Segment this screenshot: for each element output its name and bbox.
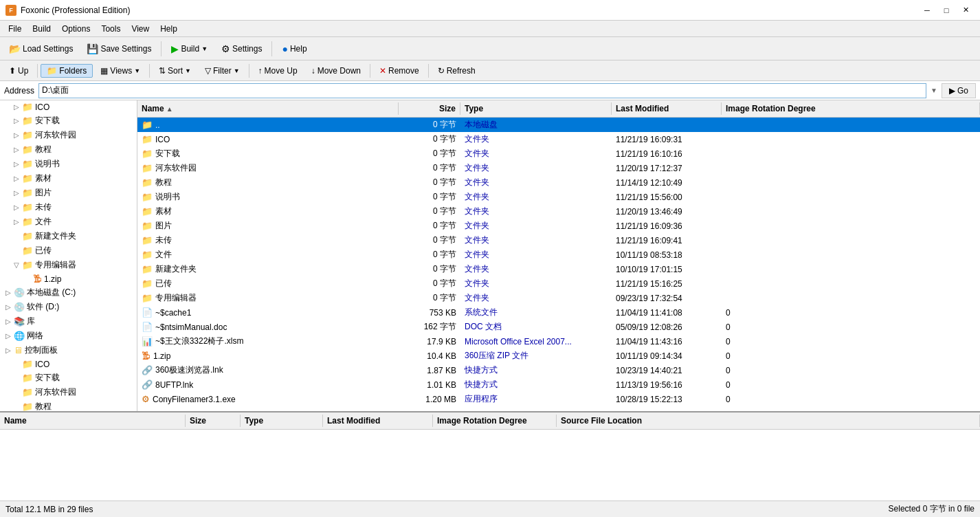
tree-item-jiaocheng[interactable]: ▷ 📁 教程: [0, 142, 137, 157]
menu-file[interactable]: File: [3, 23, 27, 35]
go-button[interactable]: ▶ Go: [942, 83, 976, 98]
file-row-yichuan[interactable]: 📁已传 0 字节 文件夹 11/21/19 15:16:25: [137, 276, 980, 291]
file-row-ntsim[interactable]: 📄~$ntsimManual.doc 162 字节 DOC 文档 05/09/1…: [137, 320, 980, 334]
move-down-button[interactable]: ↓ Move Down: [305, 64, 367, 78]
close-button[interactable]: ✕: [957, 3, 975, 17]
tree-item-zhuanyong[interactable]: ▽ 📁 专用编辑器: [0, 258, 137, 272]
expander-icon: ▷: [11, 146, 22, 153]
file-row-360lnk[interactable]: 🔗360极速浏览器.lnk 1.87 KB 快捷方式 10/23/19 14:4…: [137, 363, 980, 377]
remove-button[interactable]: ✕ Remove: [373, 64, 425, 78]
sort-button[interactable]: ⇅ Sort ▼: [153, 64, 197, 78]
minimize-button[interactable]: ─: [918, 3, 936, 17]
header-type[interactable]: Type: [460, 102, 612, 115]
tree-item-jiaocheng2[interactable]: 📁 教程: [0, 399, 137, 411]
tree-item-weichuan[interactable]: ▷ 📁 未传: [0, 200, 137, 214]
folders-button[interactable]: 📁 Folders: [41, 64, 93, 78]
bottom-panel: Name Size Type Last Modified Image Rotat…: [0, 411, 980, 500]
file-row-xlsm[interactable]: 📊~$王文浪3322椅子.xlsm 17.9 KB Microsoft Offi…: [137, 334, 980, 349]
build-button[interactable]: ▶ Build ▼: [165, 41, 214, 57]
sort-icon: ⇅: [159, 66, 166, 76]
tree-item-ico[interactable]: ▷ 📁 ICO: [0, 100, 137, 113]
views-dropdown-arrow: ▼: [134, 67, 140, 74]
header-modified[interactable]: Last Modified: [612, 102, 722, 115]
expander-icon: ▷: [11, 117, 22, 124]
file-row-8uftp[interactable]: 🔗8UFTP.lnk 1.01 KB 快捷方式 11/13/19 19:56:1…: [137, 377, 980, 392]
menu-view[interactable]: View: [126, 23, 155, 35]
folder-icon: 📁: [22, 202, 33, 212]
nav-separator-3: [249, 64, 249, 78]
tree-item-hedong[interactable]: ▷ 📁 河东软件园: [0, 128, 137, 142]
tree-item-hedong2[interactable]: 📁 河东软件园: [0, 385, 137, 399]
file-row-zhuanyong[interactable]: 📁专用编辑器 0 字节 文件夹 09/23/19 17:32:54: [137, 291, 980, 305]
tree-label: 教程: [35, 401, 52, 411]
address-dropdown-arrow[interactable]: ▼: [931, 87, 937, 94]
expander-icon: ▷: [3, 289, 14, 296]
menu-build[interactable]: Build: [27, 23, 56, 35]
up-button[interactable]: ⬆ Up: [3, 64, 34, 78]
expander-icon: ▷: [11, 218, 22, 226]
folder-icon: 📁: [22, 130, 33, 140]
address-input[interactable]: [38, 83, 926, 98]
file-row-shuomingshu[interactable]: 📁说明书 0 字节 文件夹 11/21/19 15:56:00: [137, 190, 980, 204]
move-up-button[interactable]: ↑ Move Up: [252, 64, 304, 78]
tree-item-anzaixia[interactable]: ▷ 📁 安下载: [0, 113, 137, 128]
settings-button[interactable]: ⚙ Settings: [215, 41, 268, 57]
bottom-header: Name Size Type Last Modified Image Rotat…: [0, 412, 980, 430]
folder-icon: 📁: [22, 402, 33, 411]
drive-icon: 💿: [14, 287, 25, 298]
folder-icon: 📁: [142, 235, 153, 245]
tree-item-yichuan[interactable]: 📁 已传: [0, 243, 137, 258]
lnk-icon: 🔗: [142, 365, 153, 375]
tree-item-xinjian[interactable]: 📁 新建文件夹: [0, 229, 137, 243]
tree-item-shuomingshu[interactable]: ▷ 📁 说明书: [0, 157, 137, 171]
tree-item-1zip[interactable]: 🗜 1.zip: [0, 272, 137, 285]
file-row-anzaixia[interactable]: 📁安下载 0 字节 文件夹 11/21/19 16:10:16: [137, 146, 980, 161]
expander-icon: ▷: [11, 103, 22, 111]
help-button[interactable]: ● Help: [276, 41, 313, 57]
tree-label: 安下载: [35, 115, 60, 126]
tree-item-wenjian[interactable]: ▷ 📁 文件: [0, 214, 137, 229]
file-row-weichuan[interactable]: 📁未传 0 字节 文件夹 11/21/19 16:09:41: [137, 233, 980, 248]
file-row-cony[interactable]: ⚙ConyFilenamer3.1.exe 1.20 MB 应用程序 10/28…: [137, 392, 980, 406]
views-button[interactable]: ▦ Views ▼: [94, 64, 146, 78]
tree-label: 已传: [35, 245, 52, 256]
tree-label: 控制面板: [25, 344, 58, 356]
folder-icon: 📁: [142, 148, 153, 159]
tree-item-network[interactable]: ▷ 🌐 网络: [0, 329, 137, 343]
file-row-1zip[interactable]: 🗜1.zip 10.4 KB 360压缩 ZIP 文件 10/11/19 09:…: [137, 349, 980, 363]
file-row-ico[interactable]: 📁ICO 0 字节 文件夹 11/21/19 16:09:31: [137, 132, 980, 146]
menu-help[interactable]: Help: [155, 23, 183, 35]
tree-item-library[interactable]: ▷ 📚 库: [0, 314, 137, 329]
address-bar: Address ▼ ▶ Go: [0, 81, 980, 100]
tree-label: 教程: [35, 144, 52, 155]
save-settings-button[interactable]: 💾 Save Settings: [80, 41, 157, 57]
tree-item-anzaixia2[interactable]: 📁 安下载: [0, 371, 137, 385]
filter-button[interactable]: ▽ Filter ▼: [199, 64, 246, 78]
file-row-wenjian[interactable]: 📁文件 0 字节 文件夹 10/11/19 08:53:18: [137, 248, 980, 262]
menu-tools[interactable]: Tools: [96, 23, 126, 35]
tree-item-ico2[interactable]: 📁 ICO: [0, 358, 137, 371]
maximize-button[interactable]: □: [937, 3, 955, 17]
folder-icon: 📁: [142, 264, 153, 274]
tree-item-sucai[interactable]: ▷ 📁 素材: [0, 171, 137, 186]
header-rotation[interactable]: Image Rotation Degree: [722, 102, 980, 115]
file-row-hedong[interactable]: 📁河东软件园 0 字节 文件夹 11/20/19 17:12:37: [137, 161, 980, 175]
file-row-tupian[interactable]: 📁图片 0 字节 文件夹 11/21/19 16:09:36: [137, 219, 980, 233]
tree-item-tupian[interactable]: ▷ 📁 图片: [0, 186, 137, 200]
header-size[interactable]: Size: [399, 102, 460, 115]
folder-icon: 📁: [22, 173, 33, 184]
file-panel: Name ▲ Size Type Last Modified Image Rot…: [137, 100, 980, 411]
tree-item-drive-c[interactable]: ▷ 💿 本地磁盘 (C:): [0, 285, 137, 300]
header-name[interactable]: Name ▲: [137, 102, 399, 115]
tree-item-drive-d[interactable]: ▷ 💿 软件 (D:): [0, 300, 137, 314]
file-row-xinjian[interactable]: 📁新建文件夹 0 字节 文件夹 10/10/19 17:01:15: [137, 262, 980, 276]
file-row-jiaocheng[interactable]: 📁教程 0 字节 文件夹 11/14/19 12:10:49: [137, 175, 980, 190]
file-row-up[interactable]: 📁 .. 0 字节 本地磁盘: [137, 118, 980, 132]
tree-label: 安下载: [35, 372, 60, 384]
file-row-cache1[interactable]: 📄~$cache1 753 KB 系统文件 11/04/19 11:41:08 …: [137, 305, 980, 320]
menu-options[interactable]: Options: [56, 23, 96, 35]
load-settings-button[interactable]: 📂 Load Settings: [3, 41, 79, 57]
file-row-sucai[interactable]: 📁素材 0 字节 文件夹 11/20/19 13:46:49: [137, 204, 980, 219]
tree-item-controlpanel[interactable]: ▷ 🖥 控制面板: [0, 343, 137, 358]
refresh-button[interactable]: ↻ Refresh: [432, 64, 482, 78]
